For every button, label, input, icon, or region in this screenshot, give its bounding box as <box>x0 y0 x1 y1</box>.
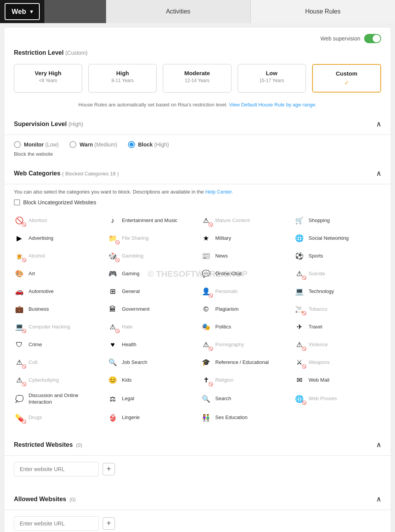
category-item[interactable]: 🌐🚫Web Proxies <box>291 389 384 409</box>
category-item[interactable]: 🔍Job Search <box>104 354 198 371</box>
category-item[interactable]: ⚠🚫Suicide <box>291 265 384 283</box>
allowed-chevron-icon[interactable]: ∧ <box>376 495 381 503</box>
card-label: High <box>93 70 152 76</box>
category-item[interactable]: 🚬🚫Tobacco <box>291 300 384 318</box>
tab-activities[interactable]: Activities <box>106 0 251 23</box>
web-categories-chevron-icon[interactable]: ∧ <box>376 169 381 178</box>
category-item[interactable]: 🚗Automotive <box>11 283 104 300</box>
category-icon: ⚖ <box>107 394 118 404</box>
category-item[interactable]: 💭Discussion and Online Interaction <box>11 389 104 409</box>
category-icon: ⚠🚫 <box>107 322 118 332</box>
category-item[interactable]: 👙Lingerie <box>104 409 198 427</box>
category-item[interactable]: ⚠🚫Pornography <box>198 336 291 354</box>
category-item[interactable]: 🎮Gaming <box>104 265 198 283</box>
supervision-option-monitor[interactable]: Monitor (Low) <box>14 141 59 148</box>
category-icon: ⊞ <box>107 286 118 297</box>
category-icon: ✈ <box>294 322 305 332</box>
tab-house-rules[interactable]: House Rules <box>251 0 395 23</box>
category-name: Health <box>122 342 137 348</box>
category-name: Cult <box>29 359 37 366</box>
restriction-card-high[interactable]: High 8-11 Years <box>88 64 157 93</box>
restriction-card-low[interactable]: Low 15-17 Years <box>238 64 306 93</box>
category-item[interactable]: 🚫🚫Abortion <box>11 212 104 229</box>
restricted-chevron-icon[interactable]: ∧ <box>376 441 381 449</box>
category-item[interactable]: ⊞General <box>104 283 198 300</box>
supervision-option-warn[interactable]: Warn (Medium) <box>69 141 117 148</box>
category-name: Shopping <box>309 217 330 224</box>
category-item[interactable]: ⚠🚫Hate <box>104 318 198 336</box>
category-item[interactable]: ⚠🚫Cyberbullying <box>11 371 104 389</box>
chevron-down-icon: ▾ <box>30 8 33 15</box>
category-icon: 👙 <box>107 412 118 423</box>
card-sub: 15-17 Years <box>242 78 302 83</box>
restriction-card-custom[interactable]: Custom ✓ <box>312 64 381 93</box>
blocked-overlay-icon: 🚫 <box>302 275 306 280</box>
category-item[interactable]: ⚠🚫Cult <box>11 354 104 371</box>
category-item[interactable]: 🏛Government <box>104 300 198 318</box>
blocked-overlay-icon: 🚫 <box>22 364 26 369</box>
supervision-chevron-icon[interactable]: ∧ <box>376 120 381 128</box>
restricted-url-input[interactable] <box>14 462 99 476</box>
category-icon: 🎭 <box>201 322 211 332</box>
category-item[interactable]: 💬Online Chat <box>198 265 291 283</box>
supervision-options: Monitor (Low) Warn (Medium) Block (High) <box>5 135 390 151</box>
category-item[interactable]: ✈Travel <box>291 318 384 336</box>
web-dropdown[interactable]: Web ▾ <box>5 3 40 20</box>
category-grid: 🚫🚫Abortion♪Entertainment and Music⚠🚫Matu… <box>5 212 390 427</box>
category-item[interactable]: ✉Web Mail <box>291 371 384 389</box>
category-item[interactable]: ⚔🚫Weapons <box>291 354 384 371</box>
category-item[interactable]: ©Plagiarism <box>198 300 291 318</box>
category-name: Government <box>122 306 150 313</box>
category-item[interactable]: 🛡Crime <box>11 336 104 354</box>
category-item[interactable]: 🎲🚫Gambling <box>104 247 198 265</box>
category-item[interactable]: 🔍Search <box>198 389 291 409</box>
category-icon: 💻 <box>294 286 305 297</box>
category-item[interactable]: 🍺🚫Alcohol <box>11 247 104 265</box>
category-item[interactable]: 🌐Social Networking <box>291 229 384 247</box>
allowed-add-button[interactable]: + <box>103 517 115 530</box>
category-item[interactable]: 👫Sex Education <box>198 409 291 427</box>
blocked-overlay-icon: 🚫 <box>302 401 306 405</box>
card-sub: 8-11 Years <box>93 78 152 83</box>
blocked-overlay-icon: 🚫 <box>22 258 26 262</box>
category-item[interactable]: ⚠🚫Mature Content <box>198 212 291 229</box>
category-icon: 🎲🚫 <box>107 251 118 261</box>
category-item[interactable]: 🛒Shopping <box>291 212 384 229</box>
category-item[interactable]: ⚖Legal <box>104 389 198 409</box>
category-item[interactable]: ★Military <box>198 229 291 247</box>
category-name: Crime <box>29 342 42 348</box>
restriction-card-moderate[interactable]: Moderate 12-14 Years <box>163 64 231 93</box>
category-item[interactable]: 👤🚫Personals <box>198 283 291 300</box>
restricted-add-button[interactable]: + <box>103 463 115 475</box>
category-item[interactable]: ✝🚫Religion <box>198 371 291 389</box>
category-item[interactable]: 🎓Reference / Educational <box>198 354 291 371</box>
category-item[interactable]: 😊Kids <box>104 371 198 389</box>
category-item[interactable]: 💻🚫Computer Hacking <box>11 318 104 336</box>
category-item[interactable]: 📰News <box>198 247 291 265</box>
category-name: Sports <box>309 253 323 259</box>
block-uncategorized-checkbox[interactable] <box>14 199 20 205</box>
radio-label: Warn (Medium) <box>79 141 117 148</box>
web-supervision-toggle[interactable] <box>364 34 381 43</box>
category-item[interactable]: 💻Technology <box>291 283 384 300</box>
category-item[interactable]: 📁🚫File Sharing <box>104 229 198 247</box>
category-item[interactable]: 💊🚫Drugs <box>11 409 104 427</box>
restriction-card-very-high[interactable]: Very High <8 Years <box>14 64 82 93</box>
allowed-url-input[interactable] <box>14 516 99 531</box>
supervision-option-block[interactable]: Block (High) <box>128 141 169 148</box>
category-name: Tobacco <box>309 306 327 313</box>
category-item[interactable]: 🎨Art <box>11 265 104 283</box>
house-rules-link[interactable]: View Default House Rule by age range. <box>229 102 317 108</box>
block-uncategorized-row[interactable]: Block Uncategorized Websites <box>5 198 390 212</box>
category-item[interactable]: ▶Advertising <box>11 229 104 247</box>
category-name: Social Networking <box>309 235 349 242</box>
category-item[interactable]: ⚠🚫Violence <box>291 336 384 354</box>
house-rules-note: House Rules are automatically set based … <box>5 99 390 114</box>
category-item[interactable]: 💼Business <box>11 300 104 318</box>
category-item[interactable]: ♪Entertainment and Music <box>104 212 198 229</box>
category-item[interactable]: 🎭Politics <box>198 318 291 336</box>
category-item[interactable]: ⚽Sports <box>291 247 384 265</box>
category-item[interactable]: ♥Health <box>104 336 198 354</box>
help-center-link[interactable]: Help Center. <box>205 189 233 195</box>
category-name: Sex Education <box>215 414 248 421</box>
